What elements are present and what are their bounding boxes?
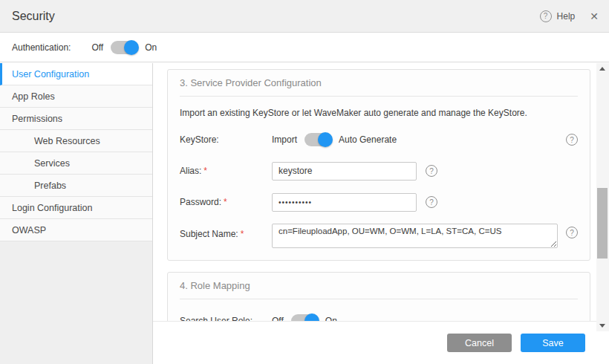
authentication-off-label: Off (91, 42, 103, 53)
search-user-role-toggle[interactable] (291, 314, 318, 321)
subject-name-label: Subject Name:* (180, 229, 272, 239)
scrollbar[interactable] (596, 63, 609, 331)
alias-input[interactable] (272, 162, 417, 181)
required-asterisk: * (241, 229, 244, 239)
toggle-knob (124, 40, 139, 55)
alias-help-icon[interactable]: ? (426, 165, 437, 177)
scroll-thumb[interactable] (597, 188, 608, 259)
service-provider-section: 3. Service Provider Configuration Import… (167, 69, 590, 261)
sidebar-item-app-roles[interactable]: App Roles (0, 85, 152, 108)
authentication-toggle[interactable] (111, 41, 137, 54)
authentication-toggle-group: Off On (91, 41, 157, 54)
password-row: Password:* ? (180, 192, 578, 212)
role-mapping-title: 4. Role Mapping (180, 280, 578, 291)
section-description: Import an existing KeyStore or let WaveM… (180, 108, 578, 118)
keystore-autogenerate-label: Auto Generate (339, 134, 397, 145)
keystore-row: KeyStore: Import Auto Generate ? (180, 130, 578, 149)
role-mapping-divider (180, 299, 578, 299)
scroll-down-arrow-icon[interactable] (599, 324, 605, 328)
scroll-up-arrow-icon[interactable] (599, 67, 605, 71)
sidebar-item-services[interactable]: Services (0, 152, 152, 175)
alias-label: Alias:* (180, 166, 272, 176)
subject-name-label-text: Subject Name: (180, 229, 238, 239)
search-user-role-on-label: On (325, 316, 337, 321)
cancel-button[interactable]: Cancel (447, 334, 512, 352)
sidebar-item-owasp[interactable]: OWASP (0, 219, 152, 241)
keystore-help-icon[interactable]: ? (566, 134, 578, 146)
password-input[interactable] (272, 193, 417, 212)
dialog-body: User Configuration App Roles Permissions… (0, 63, 609, 364)
required-asterisk: * (203, 166, 207, 176)
search-user-role-label: Search User Role: (180, 316, 272, 321)
save-button[interactable]: Save (521, 334, 585, 352)
password-label: Password:* (180, 197, 272, 207)
subject-name-help-icon[interactable]: ? (566, 227, 578, 238)
section-divider (180, 96, 578, 97)
sidebar-item-user-configuration[interactable]: User Configuration (0, 63, 152, 85)
toggle-knob (318, 132, 333, 147)
page-title: Security (12, 10, 55, 23)
toggle-knob (304, 313, 319, 321)
password-help-icon[interactable]: ? (426, 196, 437, 208)
search-user-role-row: Search User Role: Off On (180, 311, 578, 321)
keystore-toggle[interactable] (304, 133, 331, 146)
alias-label-text: Alias: (180, 166, 201, 176)
help-label[interactable]: Help (557, 11, 576, 22)
dialog-header: Security ? Help ✕ (0, 0, 609, 33)
sidebar-item-prefabs[interactable]: Prefabs (0, 175, 152, 197)
sidebar-item-permissions[interactable]: Permissions (0, 108, 152, 130)
scroll-content: 3. Service Provider Configuration Import… (153, 63, 596, 321)
required-asterisk: * (224, 197, 227, 207)
help-icon[interactable]: ? (540, 10, 552, 22)
authentication-label: Authentication: (12, 42, 71, 53)
sidebar: User Configuration App Roles Permissions… (0, 63, 153, 364)
keystore-import-label: Import (272, 134, 297, 145)
authentication-on-label: On (145, 42, 157, 53)
close-icon[interactable]: ✕ (590, 11, 599, 22)
role-mapping-section: 4. Role Mapping Search User Role: Off On (167, 272, 590, 321)
authentication-row: Authentication: Off On (0, 33, 609, 62)
dialog-footer: Cancel Save (153, 321, 596, 364)
sidebar-item-login-configuration[interactable]: Login Configuration (0, 197, 152, 219)
security-dialog: Security ? Help ✕ Authentication: Off On… (0, 0, 609, 364)
header-actions: ? Help ✕ (540, 10, 599, 22)
sidebar-item-web-resources[interactable]: Web Resources (0, 130, 152, 152)
keystore-label: KeyStore: (180, 134, 272, 145)
section-title: 3. Service Provider Configuration (180, 77, 578, 88)
search-user-role-off-label: Off (272, 316, 284, 321)
password-label-text: Password: (180, 197, 221, 207)
subject-name-textarea[interactable]: cn=FileuploadApp, OU=WM, O=WM, L=LA, ST=… (272, 224, 558, 248)
subject-name-row: Subject Name:* cn=FileuploadApp, OU=WM, … (180, 224, 578, 248)
main-panel: 3. Service Provider Configuration Import… (153, 63, 609, 364)
alias-row: Alias:* ? (180, 161, 578, 181)
